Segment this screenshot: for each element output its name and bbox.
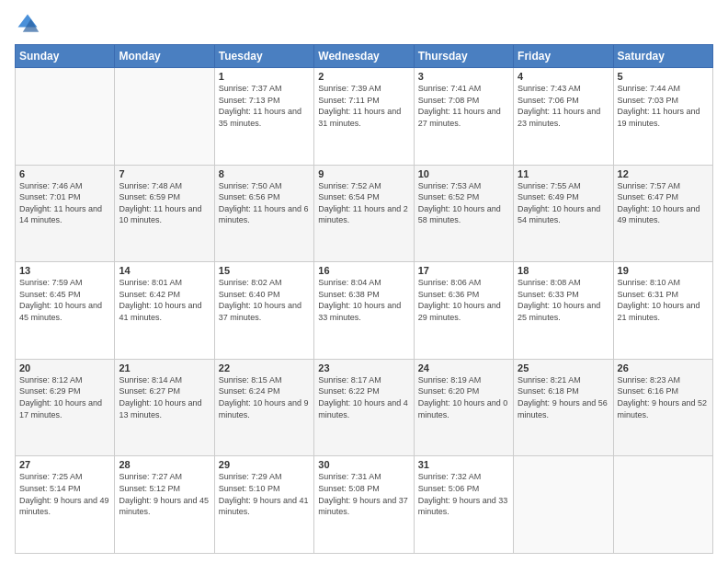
day-number: 16: [318, 265, 409, 276]
day-info: Sunrise: 8:01 AM Sunset: 6:42 PM Dayligh…: [119, 277, 210, 323]
header: [15, 11, 713, 37]
day-number: 18: [518, 265, 609, 276]
day-info: Sunrise: 8:17 AM Sunset: 6:22 PM Dayligh…: [318, 374, 409, 420]
calendar-cell: [514, 456, 613, 554]
calendar-week-1: 1Sunrise: 7:37 AM Sunset: 7:13 PM Daylig…: [16, 68, 713, 166]
calendar-cell: 17Sunrise: 8:06 AM Sunset: 6:36 PM Dayli…: [414, 262, 513, 360]
calendar-cell: 4Sunrise: 7:43 AM Sunset: 7:06 PM Daylig…: [514, 68, 613, 166]
day-info: Sunrise: 7:41 AM Sunset: 7:08 PM Dayligh…: [418, 83, 509, 129]
day-number: 11: [518, 168, 609, 179]
calendar-cell: 11Sunrise: 7:55 AM Sunset: 6:49 PM Dayli…: [514, 165, 613, 262]
day-number: 23: [318, 362, 409, 373]
calendar-cell: 30Sunrise: 7:31 AM Sunset: 5:08 PM Dayli…: [314, 456, 414, 554]
day-info: Sunrise: 8:14 AM Sunset: 6:27 PM Dayligh…: [119, 374, 210, 420]
day-number: 10: [418, 168, 509, 179]
calendar-cell: 27Sunrise: 7:25 AM Sunset: 5:14 PM Dayli…: [16, 456, 115, 554]
calendar-cell: 23Sunrise: 8:17 AM Sunset: 6:22 PM Dayli…: [314, 359, 414, 456]
day-info: Sunrise: 7:57 AM Sunset: 6:47 PM Dayligh…: [618, 180, 709, 226]
calendar-header-saturday: Saturday: [613, 45, 712, 68]
calendar-cell: 12Sunrise: 7:57 AM Sunset: 6:47 PM Dayli…: [613, 165, 712, 262]
day-info: Sunrise: 7:43 AM Sunset: 7:06 PM Dayligh…: [518, 83, 609, 129]
calendar-cell: 19Sunrise: 8:10 AM Sunset: 6:31 PM Dayli…: [613, 262, 712, 360]
day-info: Sunrise: 7:32 AM Sunset: 5:06 PM Dayligh…: [418, 471, 509, 517]
day-number: 5: [618, 71, 709, 82]
day-number: 22: [219, 362, 310, 373]
calendar-cell: 31Sunrise: 7:32 AM Sunset: 5:06 PM Dayli…: [414, 456, 513, 554]
calendar-cell: 14Sunrise: 8:01 AM Sunset: 6:42 PM Dayli…: [115, 262, 214, 360]
day-number: 26: [618, 362, 709, 373]
calendar-cell: 9Sunrise: 7:52 AM Sunset: 6:54 PM Daylig…: [314, 165, 414, 262]
calendar-cell: 22Sunrise: 8:15 AM Sunset: 6:24 PM Dayli…: [214, 359, 313, 456]
day-info: Sunrise: 7:25 AM Sunset: 5:14 PM Dayligh…: [19, 471, 110, 517]
calendar-cell: 29Sunrise: 7:29 AM Sunset: 5:10 PM Dayli…: [214, 456, 313, 554]
day-number: 7: [119, 168, 210, 179]
calendar-cell: 18Sunrise: 8:08 AM Sunset: 6:33 PM Dayli…: [514, 262, 613, 360]
calendar-cell: 24Sunrise: 8:19 AM Sunset: 6:20 PM Dayli…: [414, 359, 513, 456]
day-number: 14: [119, 265, 210, 276]
day-number: 17: [418, 265, 509, 276]
calendar-cell: 15Sunrise: 8:02 AM Sunset: 6:40 PM Dayli…: [214, 262, 313, 360]
day-number: 27: [19, 459, 110, 470]
day-number: 25: [518, 362, 609, 373]
day-number: 29: [219, 459, 310, 470]
logo: [15, 11, 44, 37]
day-info: Sunrise: 7:39 AM Sunset: 7:11 PM Dayligh…: [318, 83, 409, 129]
day-number: 21: [119, 362, 210, 373]
day-info: Sunrise: 8:06 AM Sunset: 6:36 PM Dayligh…: [418, 277, 509, 323]
calendar-week-3: 13Sunrise: 7:59 AM Sunset: 6:45 PM Dayli…: [16, 262, 713, 360]
calendar-cell: [115, 68, 214, 166]
day-info: Sunrise: 7:53 AM Sunset: 6:52 PM Dayligh…: [418, 180, 509, 226]
calendar-header-friday: Friday: [514, 45, 613, 68]
calendar-header-thursday: Thursday: [414, 45, 513, 68]
calendar-cell: 20Sunrise: 8:12 AM Sunset: 6:29 PM Dayli…: [16, 359, 115, 456]
day-number: 31: [418, 459, 509, 470]
day-info: Sunrise: 8:08 AM Sunset: 6:33 PM Dayligh…: [518, 277, 609, 323]
calendar-cell: 6Sunrise: 7:46 AM Sunset: 7:01 PM Daylig…: [16, 165, 115, 262]
day-number: 1: [219, 71, 310, 82]
day-number: 24: [418, 362, 509, 373]
calendar-cell: [16, 68, 115, 166]
day-info: Sunrise: 7:27 AM Sunset: 5:12 PM Dayligh…: [119, 471, 210, 517]
day-number: 3: [418, 71, 509, 82]
page: SundayMondayTuesdayWednesdayThursdayFrid…: [0, 0, 728, 563]
calendar-cell: 25Sunrise: 8:21 AM Sunset: 6:18 PM Dayli…: [514, 359, 613, 456]
day-info: Sunrise: 8:02 AM Sunset: 6:40 PM Dayligh…: [219, 277, 310, 323]
day-info: Sunrise: 8:23 AM Sunset: 6:16 PM Dayligh…: [618, 374, 709, 420]
calendar-cell: 10Sunrise: 7:53 AM Sunset: 6:52 PM Dayli…: [414, 165, 513, 262]
calendar-header-sunday: Sunday: [16, 45, 115, 68]
day-number: 8: [219, 168, 310, 179]
day-info: Sunrise: 8:04 AM Sunset: 6:38 PM Dayligh…: [318, 277, 409, 323]
day-number: 30: [318, 459, 409, 470]
calendar-cell: 8Sunrise: 7:50 AM Sunset: 6:56 PM Daylig…: [214, 165, 313, 262]
day-number: 9: [318, 168, 409, 179]
day-info: Sunrise: 7:48 AM Sunset: 6:59 PM Dayligh…: [119, 180, 210, 226]
day-info: Sunrise: 7:50 AM Sunset: 6:56 PM Dayligh…: [219, 180, 310, 226]
day-info: Sunrise: 8:15 AM Sunset: 6:24 PM Dayligh…: [219, 374, 310, 420]
calendar-header-row: SundayMondayTuesdayWednesdayThursdayFrid…: [16, 45, 713, 68]
day-number: 6: [19, 168, 110, 179]
day-info: Sunrise: 7:31 AM Sunset: 5:08 PM Dayligh…: [318, 471, 409, 517]
day-info: Sunrise: 7:52 AM Sunset: 6:54 PM Dayligh…: [318, 180, 409, 226]
day-number: 19: [618, 265, 709, 276]
day-number: 12: [618, 168, 709, 179]
day-info: Sunrise: 7:29 AM Sunset: 5:10 PM Dayligh…: [219, 471, 310, 517]
calendar-cell: 26Sunrise: 8:23 AM Sunset: 6:16 PM Dayli…: [613, 359, 712, 456]
calendar-header-wednesday: Wednesday: [314, 45, 414, 68]
calendar-week-5: 27Sunrise: 7:25 AM Sunset: 5:14 PM Dayli…: [16, 456, 713, 554]
day-info: Sunrise: 7:37 AM Sunset: 7:13 PM Dayligh…: [219, 83, 310, 129]
day-number: 2: [318, 71, 409, 82]
day-info: Sunrise: 8:21 AM Sunset: 6:18 PM Dayligh…: [518, 374, 609, 420]
calendar-table: SundayMondayTuesdayWednesdayThursdayFrid…: [15, 44, 713, 554]
day-info: Sunrise: 8:12 AM Sunset: 6:29 PM Dayligh…: [19, 374, 110, 420]
day-info: Sunrise: 7:55 AM Sunset: 6:49 PM Dayligh…: [518, 180, 609, 226]
calendar-cell: 1Sunrise: 7:37 AM Sunset: 7:13 PM Daylig…: [214, 68, 313, 166]
calendar-cell: 7Sunrise: 7:48 AM Sunset: 6:59 PM Daylig…: [115, 165, 214, 262]
day-info: Sunrise: 8:19 AM Sunset: 6:20 PM Dayligh…: [418, 374, 509, 420]
calendar-week-4: 20Sunrise: 8:12 AM Sunset: 6:29 PM Dayli…: [16, 359, 713, 456]
calendar-cell: 5Sunrise: 7:44 AM Sunset: 7:03 PM Daylig…: [613, 68, 712, 166]
day-number: 20: [19, 362, 110, 373]
calendar-cell: 13Sunrise: 7:59 AM Sunset: 6:45 PM Dayli…: [16, 262, 115, 360]
day-number: 15: [219, 265, 310, 276]
day-number: 4: [518, 71, 609, 82]
calendar-cell: 2Sunrise: 7:39 AM Sunset: 7:11 PM Daylig…: [314, 68, 414, 166]
